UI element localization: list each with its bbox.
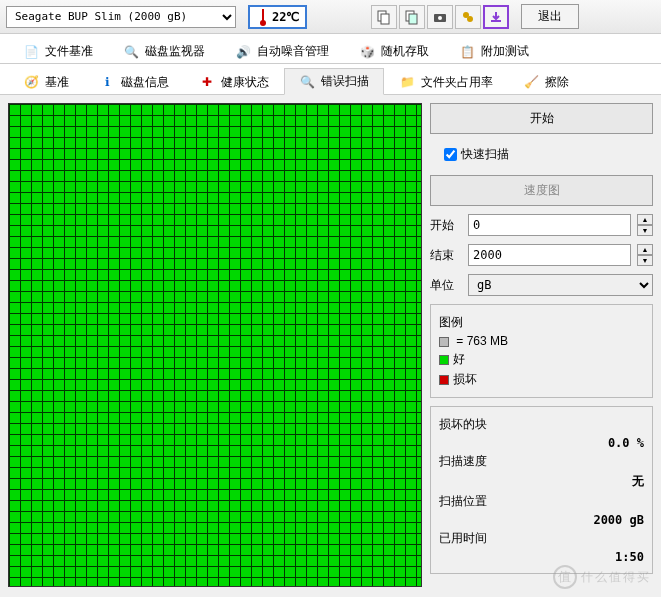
watermark-icon: 值 [553,565,577,589]
unit-param-row: 单位 gB [430,274,653,296]
watermark-text: 什么值得买 [581,569,651,586]
elapsed-label: 已用时间 [439,530,644,547]
end-param-row: 结束 ▲▼ [430,244,653,266]
save-button[interactable] [483,5,509,29]
damaged-value: 0.0 % [439,436,644,450]
legend-bad: 损坏 [439,371,644,388]
svg-rect-1 [381,14,389,24]
scan-block-map [8,103,422,587]
scan-icon: 🔍 [299,74,315,90]
tab-row-1: 📄文件基准 🔍磁盘监视器 🔊自动噪音管理 🎲随机存取 📋附加测试 [0,34,661,64]
end-spinner[interactable]: ▲▼ [637,244,653,266]
temperature-value: 22℃ [272,10,299,24]
tab-extra-tests[interactable]: 📋附加测试 [444,38,544,64]
screenshot-button[interactable] [427,5,453,29]
dice-icon: 🎲 [359,44,375,60]
options-button[interactable] [455,5,481,29]
tab-file-benchmark[interactable]: 📄文件基准 [8,38,108,64]
top-toolbar: Seagate BUP Slim (2000 gB) 22℃ 退出 [0,0,661,34]
start-input[interactable] [468,214,631,236]
exit-button[interactable]: 退出 [521,4,579,29]
elapsed-value: 1:50 [439,550,644,564]
gauge-icon: 🧭 [23,74,39,90]
tab-row-2: 🧭基准 ℹ磁盘信息 ✚健康状态 🔍错误扫描 📁文件夹占用率 🧹擦除 [0,64,661,95]
thermometer-icon [256,8,270,26]
end-input[interactable] [468,244,631,266]
good-icon [439,355,449,365]
end-label: 结束 [430,247,462,264]
unit-select[interactable]: gB [468,274,653,296]
health-icon: ✚ [199,74,215,90]
temperature-indicator: 22℃ [248,5,307,29]
toolbar-button-group [371,5,509,29]
position-label: 扫描位置 [439,493,644,510]
tab-error-scan[interactable]: 🔍错误扫描 [284,68,384,95]
speed-label: 扫描速度 [439,453,644,470]
erase-icon: 🧹 [523,74,539,90]
svg-point-5 [438,16,442,20]
svg-rect-3 [409,14,417,24]
tab-random-access[interactable]: 🎲随机存取 [344,38,444,64]
block-icon [439,337,449,347]
drive-select[interactable]: Seagate BUP Slim (2000 gB) [6,6,236,28]
start-param-row: 开始 ▲▼ [430,214,653,236]
tab-disk-monitor[interactable]: 🔍磁盘监视器 [108,38,220,64]
legend-title: 图例 [439,314,644,331]
clipboard-icon: 📋 [459,44,475,60]
position-value: 2000 gB [439,513,644,527]
tab-aam[interactable]: 🔊自动噪音管理 [220,38,344,64]
bad-icon [439,375,449,385]
start-scan-button[interactable]: 开始 [430,103,653,134]
info-icon: ℹ [99,74,115,90]
unit-label: 单位 [430,277,462,294]
tab-benchmark[interactable]: 🧭基准 [8,68,84,95]
legend-good: 好 [439,351,644,368]
monitor-icon: 🔍 [123,44,139,60]
start-label: 开始 [430,217,462,234]
quick-scan-checkbox[interactable] [444,148,457,161]
speed-value: 无 [439,473,644,490]
legend-box: 图例 = 763 MB 好 损坏 [430,304,653,398]
content-area: 开始 快速扫描 速度图 开始 ▲▼ 结束 ▲▼ 单位 gB 图例 = 763 M… [0,95,661,595]
stats-box: 损坏的块 0.0 % 扫描速度 无 扫描位置 2000 gB 已用时间 1:50 [430,406,653,574]
speaker-icon: 🔊 [235,44,251,60]
tab-disk-info[interactable]: ℹ磁盘信息 [84,68,184,95]
tab-health[interactable]: ✚健康状态 [184,68,284,95]
damaged-label: 损坏的块 [439,416,644,433]
quick-scan-checkbox-row[interactable]: 快速扫描 [430,146,653,163]
svg-rect-8 [491,20,501,22]
legend-block-size: = 763 MB [439,334,644,348]
tab-folder-usage[interactable]: 📁文件夹占用率 [384,68,508,95]
copy-text-button[interactable] [371,5,397,29]
copy-info-button[interactable] [399,5,425,29]
svg-point-7 [467,16,473,22]
watermark: 值 什么值得买 [553,565,651,589]
side-panel: 开始 快速扫描 速度图 开始 ▲▼ 结束 ▲▼ 单位 gB 图例 = 763 M… [430,103,653,587]
speed-map-button: 速度图 [430,175,653,206]
folder-icon: 📁 [399,74,415,90]
start-spinner[interactable]: ▲▼ [637,214,653,236]
tab-erase[interactable]: 🧹擦除 [508,68,584,95]
file-icon: 📄 [23,44,39,60]
